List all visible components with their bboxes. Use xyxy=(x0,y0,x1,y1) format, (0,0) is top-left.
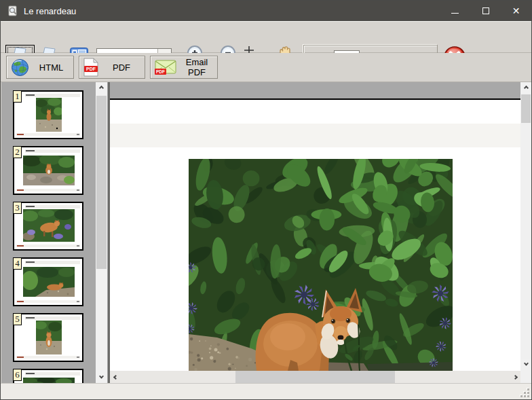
app-icon xyxy=(7,5,18,16)
thumbnail-page-6[interactable]: 6 xyxy=(13,369,83,383)
document-page[interactable] xyxy=(110,100,520,371)
chevron-down-icon xyxy=(523,361,528,366)
preview-background xyxy=(110,82,520,98)
scrollbar-corner xyxy=(520,371,531,383)
page-header-band xyxy=(110,124,520,147)
scroll-down-button[interactable] xyxy=(520,359,531,370)
preview-window: Le renardeau ✕ xyxy=(0,0,532,400)
content-area: 1 2 xyxy=(1,82,532,383)
thumb-footer xyxy=(16,133,80,136)
export-email-pdf-label: Email PDF xyxy=(176,57,217,77)
chevron-up-icon xyxy=(99,86,104,90)
export-pdf-button[interactable]: PDF PDF xyxy=(79,56,145,79)
thumbnail-sidebar: 1 2 xyxy=(1,82,108,383)
thumbnail-page-5[interactable]: 5 xyxy=(13,313,83,362)
scroll-right-button[interactable] xyxy=(510,371,520,383)
vertical-scroll-thumb[interactable] xyxy=(521,94,531,123)
thumbnail-number: 1 xyxy=(13,90,22,103)
close-icon: ✕ xyxy=(512,6,520,16)
horizontal-scrollbar[interactable] xyxy=(110,371,520,383)
preview-pane[interactable] xyxy=(110,82,532,383)
chevron-up-icon xyxy=(523,86,528,90)
chevron-left-icon xyxy=(113,374,117,379)
window-title: Le renardeau xyxy=(24,6,440,16)
thumbnail-page-1[interactable]: 1 xyxy=(13,90,83,139)
thumbnail-page-3[interactable]: 3 xyxy=(13,202,83,251)
pdf-file-icon: PDF xyxy=(83,58,98,77)
maximize-icon xyxy=(482,7,489,14)
maximize-button[interactable] xyxy=(470,1,501,21)
globe-icon xyxy=(11,58,29,77)
fox-photo xyxy=(189,159,453,371)
svg-text:PDF: PDF xyxy=(156,69,165,74)
scroll-down-button[interactable] xyxy=(96,371,107,383)
thumb-image-6 xyxy=(23,378,75,383)
sidebar-scroll-thumb[interactable] xyxy=(96,96,107,269)
export-pdf-label: PDF xyxy=(98,62,145,73)
thumb-image-3 xyxy=(23,209,75,242)
scroll-up-button[interactable] xyxy=(520,82,531,94)
vertical-scrollbar[interactable] xyxy=(520,82,531,371)
status-bar xyxy=(1,383,532,400)
close-button[interactable]: ✕ xyxy=(501,1,531,21)
thumb-image-4 xyxy=(23,267,75,297)
export-html-label: HTML xyxy=(29,62,73,73)
email-pdf-icon: PDF xyxy=(155,58,176,76)
svg-text:PDF: PDF xyxy=(86,67,96,71)
main-toolbar: 100 % xyxy=(1,21,531,53)
resize-grip[interactable] xyxy=(520,388,529,397)
horizontal-scroll-thumb[interactable] xyxy=(235,371,395,383)
thumb-image-2 xyxy=(23,156,75,185)
export-html-button[interactable]: HTML xyxy=(6,56,74,79)
export-toolbar: HTML PDF PDF PDF xyxy=(1,53,531,82)
chevron-right-icon xyxy=(512,374,517,379)
export-email-pdf-button[interactable]: PDF Email PDF xyxy=(150,56,218,79)
thumb-image-1 xyxy=(36,98,62,132)
scroll-left-button[interactable] xyxy=(110,371,121,383)
chevron-down-icon xyxy=(99,374,104,379)
scroll-up-button[interactable] xyxy=(96,82,107,94)
thumbnail-page-2[interactable]: 2 xyxy=(13,146,83,195)
thumb-image-5 xyxy=(36,321,62,354)
titlebar: Le renardeau ✕ xyxy=(1,1,531,21)
minimize-button[interactable] xyxy=(440,1,470,21)
minimize-icon xyxy=(451,13,459,14)
sidebar-scrollbar[interactable] xyxy=(96,82,107,383)
thumbnail-page-4[interactable]: 4 xyxy=(13,257,83,306)
thumb-header xyxy=(25,94,80,97)
